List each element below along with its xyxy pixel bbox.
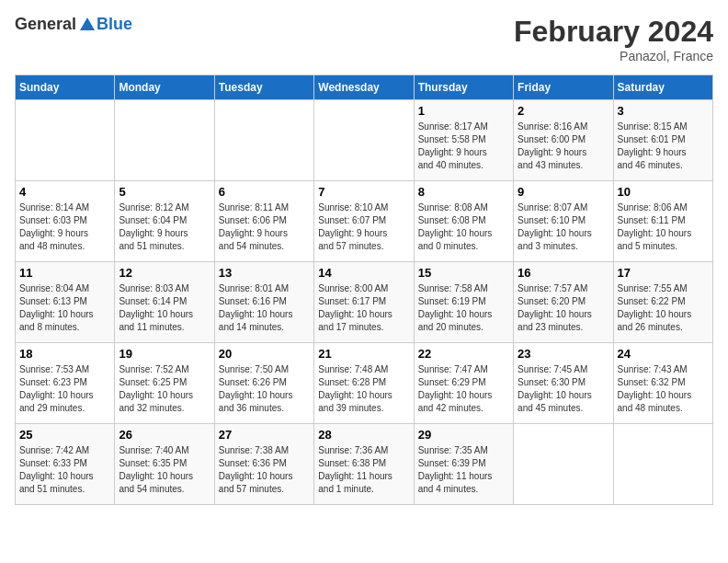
day-number: 6 — [219, 185, 310, 199]
day-info: Sunrise: 7:42 AMSunset: 6:33 PMDaylight:… — [19, 444, 110, 496]
day-info: Sunrise: 7:40 AMSunset: 6:35 PMDaylight:… — [119, 444, 210, 496]
calendar-cell: 14Sunrise: 8:00 AMSunset: 6:17 PMDayligh… — [314, 262, 414, 343]
day-number: 14 — [318, 266, 409, 280]
day-number: 25 — [19, 428, 110, 442]
day-info: Sunrise: 8:03 AMSunset: 6:14 PMDaylight:… — [119, 282, 210, 334]
day-info: Sunrise: 8:01 AMSunset: 6:16 PMDaylight:… — [219, 282, 310, 334]
day-info: Sunrise: 8:08 AMSunset: 6:08 PMDaylight:… — [418, 201, 509, 253]
month-year: February 2024 — [514, 15, 713, 49]
day-info: Sunrise: 7:50 AMSunset: 6:26 PMDaylight:… — [219, 363, 310, 415]
logo-icon — [78, 16, 97, 34]
day-info: Sunrise: 8:12 AMSunset: 6:04 PMDaylight:… — [119, 201, 210, 253]
calendar-cell — [613, 424, 712, 505]
day-number: 16 — [518, 266, 609, 280]
week-row-5: 25Sunrise: 7:42 AMSunset: 6:33 PMDayligh… — [16, 424, 713, 505]
logo: General Blue — [15, 15, 132, 34]
day-info: Sunrise: 7:35 AMSunset: 6:39 PMDaylight:… — [418, 444, 509, 496]
day-info: Sunrise: 7:58 AMSunset: 6:19 PMDaylight:… — [418, 282, 509, 334]
calendar-cell: 21Sunrise: 7:48 AMSunset: 6:28 PMDayligh… — [314, 343, 414, 424]
col-header-friday: Friday — [514, 75, 613, 100]
calendar-cell: 28Sunrise: 7:36 AMSunset: 6:38 PMDayligh… — [314, 424, 414, 505]
day-number: 1 — [418, 104, 509, 118]
day-info: Sunrise: 8:16 AMSunset: 6:00 PMDaylight:… — [518, 121, 609, 172]
header-row: SundayMondayTuesdayWednesdayThursdayFrid… — [16, 75, 713, 100]
col-header-wednesday: Wednesday — [314, 75, 414, 100]
col-header-sunday: Sunday — [16, 75, 115, 100]
week-row-1: 1Sunrise: 8:17 AMSunset: 5:58 PMDaylight… — [16, 100, 713, 181]
day-info: Sunrise: 7:45 AMSunset: 6:30 PMDaylight:… — [518, 363, 609, 415]
calendar-cell: 7Sunrise: 8:10 AMSunset: 6:07 PMDaylight… — [314, 181, 414, 262]
calendar-cell: 26Sunrise: 7:40 AMSunset: 6:35 PMDayligh… — [115, 424, 214, 505]
day-info: Sunrise: 8:00 AMSunset: 6:17 PMDaylight:… — [318, 282, 409, 334]
calendar-cell: 1Sunrise: 8:17 AMSunset: 5:58 PMDaylight… — [414, 100, 513, 181]
day-number: 17 — [618, 266, 709, 280]
day-info: Sunrise: 7:55 AMSunset: 6:22 PMDaylight:… — [618, 282, 709, 334]
day-number: 7 — [318, 185, 409, 199]
day-number: 3 — [618, 104, 709, 118]
day-info: Sunrise: 7:36 AMSunset: 6:38 PMDaylight:… — [318, 444, 409, 496]
day-number: 8 — [418, 185, 509, 199]
calendar-table: SundayMondayTuesdayWednesdayThursdayFrid… — [15, 75, 713, 505]
day-number: 2 — [518, 104, 609, 118]
day-info: Sunrise: 7:47 AMSunset: 6:29 PMDaylight:… — [418, 363, 509, 415]
svg-marker-0 — [80, 17, 95, 30]
calendar-cell: 29Sunrise: 7:35 AMSunset: 6:39 PMDayligh… — [414, 424, 513, 505]
logo-blue: Blue — [97, 15, 132, 34]
day-info: Sunrise: 8:07 AMSunset: 6:10 PMDaylight:… — [518, 201, 609, 253]
calendar-cell: 20Sunrise: 7:50 AMSunset: 6:26 PMDayligh… — [214, 343, 313, 424]
col-header-monday: Monday — [115, 75, 214, 100]
day-number: 4 — [19, 185, 110, 199]
day-number: 9 — [518, 185, 609, 199]
day-number: 13 — [219, 266, 310, 280]
day-info: Sunrise: 7:57 AMSunset: 6:20 PMDaylight:… — [518, 282, 609, 334]
calendar-cell: 15Sunrise: 7:58 AMSunset: 6:19 PMDayligh… — [414, 262, 513, 343]
calendar-cell: 23Sunrise: 7:45 AMSunset: 6:30 PMDayligh… — [514, 343, 613, 424]
calendar-cell: 2Sunrise: 8:16 AMSunset: 6:00 PMDaylight… — [514, 100, 613, 181]
day-number: 24 — [618, 347, 709, 361]
page-header: General Blue February 2024 Panazol, Fran… — [15, 15, 713, 63]
day-info: Sunrise: 8:14 AMSunset: 6:03 PMDaylight:… — [19, 201, 110, 253]
day-info: Sunrise: 7:52 AMSunset: 6:25 PMDaylight:… — [119, 363, 210, 415]
calendar-cell: 18Sunrise: 7:53 AMSunset: 6:23 PMDayligh… — [16, 343, 115, 424]
title-block: February 2024 Panazol, France — [514, 15, 713, 63]
day-info: Sunrise: 7:43 AMSunset: 6:32 PMDaylight:… — [618, 363, 709, 415]
calendar-cell — [115, 100, 214, 181]
day-number: 19 — [119, 347, 210, 361]
calendar-cell: 22Sunrise: 7:47 AMSunset: 6:29 PMDayligh… — [414, 343, 513, 424]
day-number: 27 — [219, 428, 310, 442]
day-info: Sunrise: 8:06 AMSunset: 6:11 PMDaylight:… — [618, 201, 709, 253]
day-number: 12 — [119, 266, 210, 280]
col-header-tuesday: Tuesday — [214, 75, 313, 100]
calendar-cell: 5Sunrise: 8:12 AMSunset: 6:04 PMDaylight… — [115, 181, 214, 262]
calendar-cell: 11Sunrise: 8:04 AMSunset: 6:13 PMDayligh… — [16, 262, 115, 343]
location: Panazol, France — [514, 49, 713, 63]
day-number: 18 — [19, 347, 110, 361]
day-info: Sunrise: 8:04 AMSunset: 6:13 PMDaylight:… — [19, 282, 110, 334]
day-info: Sunrise: 8:15 AMSunset: 6:01 PMDaylight:… — [618, 121, 709, 172]
day-info: Sunrise: 8:10 AMSunset: 6:07 PMDaylight:… — [318, 201, 409, 253]
calendar-cell: 6Sunrise: 8:11 AMSunset: 6:06 PMDaylight… — [214, 181, 313, 262]
day-number: 10 — [618, 185, 709, 199]
col-header-thursday: Thursday — [414, 75, 513, 100]
week-row-2: 4Sunrise: 8:14 AMSunset: 6:03 PMDaylight… — [16, 181, 713, 262]
calendar-cell: 8Sunrise: 8:08 AMSunset: 6:08 PMDaylight… — [414, 181, 513, 262]
calendar-cell: 19Sunrise: 7:52 AMSunset: 6:25 PMDayligh… — [115, 343, 214, 424]
calendar-cell: 13Sunrise: 8:01 AMSunset: 6:16 PMDayligh… — [214, 262, 313, 343]
day-number: 20 — [219, 347, 310, 361]
calendar-cell — [314, 100, 414, 181]
calendar-cell — [514, 424, 613, 505]
calendar-cell: 27Sunrise: 7:38 AMSunset: 6:36 PMDayligh… — [214, 424, 313, 505]
week-row-4: 18Sunrise: 7:53 AMSunset: 6:23 PMDayligh… — [16, 343, 713, 424]
calendar-cell — [214, 100, 313, 181]
calendar-cell: 3Sunrise: 8:15 AMSunset: 6:01 PMDaylight… — [613, 100, 712, 181]
day-number: 26 — [119, 428, 210, 442]
day-number: 21 — [318, 347, 409, 361]
day-number: 23 — [518, 347, 609, 361]
calendar-cell: 10Sunrise: 8:06 AMSunset: 6:11 PMDayligh… — [613, 181, 712, 262]
day-info: Sunrise: 7:38 AMSunset: 6:36 PMDaylight:… — [219, 444, 310, 496]
logo-general: General — [15, 15, 76, 34]
calendar-cell: 24Sunrise: 7:43 AMSunset: 6:32 PMDayligh… — [613, 343, 712, 424]
day-number: 5 — [119, 185, 210, 199]
day-number: 22 — [418, 347, 509, 361]
day-number: 11 — [19, 266, 110, 280]
